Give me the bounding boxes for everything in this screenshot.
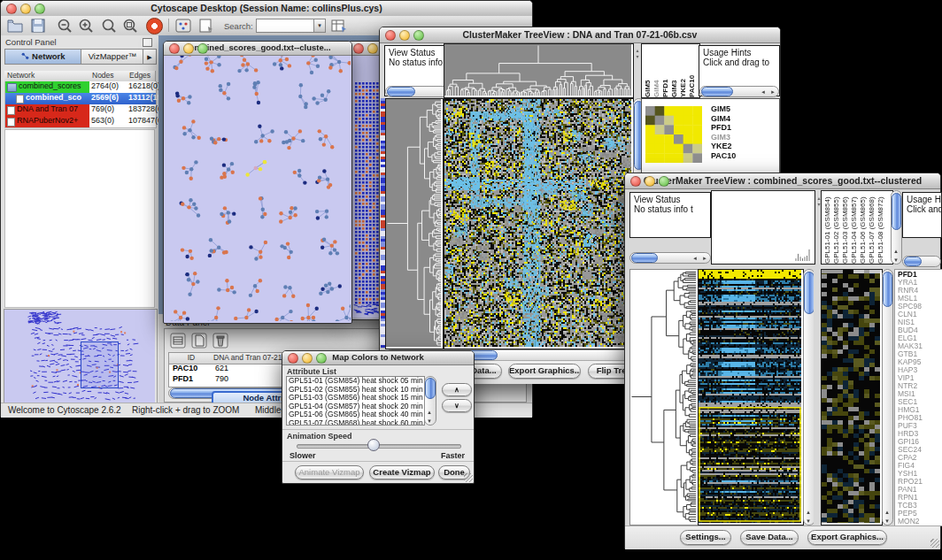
search-dropdown-icon[interactable]: ▾ bbox=[313, 19, 326, 33]
column-label[interactable]: YKE2 bbox=[679, 44, 688, 97]
tv1-gene-dendrogram-canvas[interactable] bbox=[386, 99, 441, 347]
scroll-up-icon[interactable]: ▴ bbox=[892, 247, 900, 255]
network-overview-panel[interactable] bbox=[4, 309, 158, 410]
tv2-column-labels-panel[interactable]: GPL51-01 (GSM854)GPL51-02 (GSM855)GPL51-… bbox=[821, 190, 893, 265]
splitter-down-icon[interactable]: ▾ bbox=[634, 53, 641, 59]
layout-icon[interactable] bbox=[174, 18, 192, 34]
scroll-up-icon[interactable]: ▴ bbox=[425, 408, 434, 416]
tab-network[interactable]: Network bbox=[4, 49, 82, 65]
scroll-down-icon[interactable]: ▾ bbox=[804, 517, 813, 525]
zoom-out-icon[interactable] bbox=[56, 18, 73, 34]
minimize-icon[interactable] bbox=[367, 43, 378, 54]
close-icon[interactable] bbox=[630, 176, 641, 187]
minimize-icon[interactable] bbox=[20, 4, 31, 14]
scroll-thumb[interactable] bbox=[892, 193, 901, 230]
help-lifering-icon[interactable] bbox=[146, 18, 163, 35]
tv1-column-labels-panel[interactable]: GIM5GIM4PFD1GIM3YKE2PAC10 bbox=[641, 43, 700, 98]
save-icon[interactable] bbox=[29, 18, 47, 34]
scroll-up-icon[interactable]: ▴ bbox=[804, 508, 813, 516]
column-label[interactable]: GPL51-01 (GSM854) bbox=[823, 191, 832, 264]
settings-button[interactable]: Settings... bbox=[680, 530, 731, 545]
tv2-usage-hints-scrollbar[interactable] bbox=[902, 256, 941, 267]
create-vizmap-button[interactable]: Create Vizmap bbox=[369, 465, 435, 479]
tv2-labels-vscrollbar[interactable]: ▴ ▾ bbox=[891, 190, 902, 265]
treeview1-titlebar[interactable]: ClusterMaker TreeView : DNA and Tran 07-… bbox=[380, 27, 780, 43]
scroll-left-icon[interactable]: ◂ bbox=[759, 88, 768, 96]
cytoscape-titlebar[interactable]: Cytoscape Desktop (Session Name: collins… bbox=[1, 1, 532, 17]
network-list-row[interactable]: RNAPuberNov2+ 563(0) 107847(0) bbox=[5, 116, 156, 127]
tv2-column-dendrogram-panel[interactable] bbox=[711, 190, 815, 265]
scroll-thumb[interactable] bbox=[387, 87, 415, 96]
animation-slider-thumb[interactable] bbox=[367, 439, 380, 451]
tv2-view-status-scrollbar[interactable]: ◂ ▸ bbox=[629, 252, 711, 264]
tv1-column-dendrogram-panel[interactable] bbox=[444, 43, 634, 98]
resize-grip[interactable] bbox=[930, 539, 939, 548]
column-label[interactable]: GIM5 bbox=[644, 44, 652, 97]
tv1-mini-heatmap-canvas[interactable] bbox=[645, 106, 702, 163]
scroll-thumb[interactable] bbox=[425, 378, 436, 399]
zoom-window-icon[interactable] bbox=[197, 43, 208, 54]
network1-graph-canvas[interactable] bbox=[165, 56, 351, 321]
treeview2-titlebar[interactable]: ClusterMaker TreeView : combined_scores_… bbox=[625, 173, 940, 189]
column-label[interactable]: GPL51-08 (GSM872) bbox=[876, 191, 885, 264]
resize-grip[interactable] bbox=[464, 473, 473, 482]
close-icon[interactable] bbox=[353, 43, 364, 54]
zoom-in-icon[interactable] bbox=[77, 18, 95, 34]
gene-label[interactable]: PAC10 bbox=[711, 151, 736, 161]
column-label[interactable]: PFD1 bbox=[661, 44, 670, 97]
column-label[interactable]: GIM4 bbox=[652, 44, 661, 97]
minimize-icon[interactable] bbox=[645, 176, 655, 187]
scroll-down-icon[interactable]: ▾ bbox=[892, 256, 900, 264]
minimize-icon[interactable] bbox=[399, 30, 410, 41]
scroll-thumb[interactable] bbox=[631, 253, 658, 263]
network-list-row[interactable]: combined_scores 2764(0) 16218(0) bbox=[5, 81, 156, 93]
tv2-zoom-heatmap-panel[interactable] bbox=[821, 269, 883, 525]
save-data-button[interactable]: Save Data... bbox=[740, 530, 799, 545]
zoom-window-icon[interactable] bbox=[316, 353, 327, 364]
zoom-window-icon[interactable] bbox=[413, 30, 424, 41]
scroll-left-icon[interactable]: ◂ bbox=[691, 254, 699, 262]
animate-vizmap-button[interactable]: Animate Vizmap bbox=[295, 465, 364, 479]
gene-label[interactable]: PFD1 bbox=[711, 123, 736, 133]
new-attribute-icon[interactable] bbox=[191, 333, 207, 349]
tv1-heatmap-canvas[interactable] bbox=[444, 99, 631, 347]
splitter-up-icon[interactable]: ▴ bbox=[634, 47, 641, 53]
column-label[interactable]: GPL51-04 (GSM857) bbox=[850, 191, 859, 264]
tv2-zoom-vscrollbar[interactable]: ▴ ▾ bbox=[882, 269, 893, 525]
zoom-fit-icon[interactable] bbox=[100, 18, 118, 34]
scroll-right-icon[interactable]: ▸ bbox=[700, 254, 709, 262]
tv2-heatmap-canvas[interactable] bbox=[699, 270, 801, 523]
column-label[interactable]: GIM3 bbox=[670, 44, 679, 97]
scroll-thumb[interactable] bbox=[701, 87, 733, 96]
annotation-icon[interactable] bbox=[197, 18, 215, 34]
gene-label[interactable]: YKE2 bbox=[711, 142, 736, 151]
tv1-usage-hints-scrollbar[interactable]: ◂ ▸ bbox=[699, 86, 779, 97]
network-overview-canvas[interactable] bbox=[4, 310, 155, 407]
close-icon[interactable] bbox=[169, 43, 180, 54]
zoom-window-icon[interactable] bbox=[35, 4, 45, 14]
close-icon[interactable] bbox=[288, 353, 298, 364]
column-label[interactable]: GPL51-03 (GSM856) bbox=[841, 191, 850, 264]
export-graphics-button[interactable]: Export Graphics... bbox=[508, 364, 581, 379]
tv1-column-dendrogram-canvas[interactable] bbox=[444, 44, 631, 96]
tv2-zoom-heatmap-canvas[interactable] bbox=[822, 270, 880, 523]
gene-label[interactable]: GIM5 bbox=[711, 104, 736, 114]
attribute-listbox[interactable]: GPL51-01 (GSM854) heat shock 05 minGPL51… bbox=[286, 376, 425, 426]
column-label[interactable]: PAC10 bbox=[688, 44, 697, 97]
import-table-icon[interactable] bbox=[330, 18, 348, 34]
scroll-thumb[interactable] bbox=[883, 272, 892, 307]
attribute-select-icon[interactable] bbox=[170, 333, 186, 349]
float-panel-icon[interactable] bbox=[143, 38, 152, 47]
tv2-heatmap-panel[interactable] bbox=[698, 269, 804, 525]
network1-titlebar[interactable]: combined_scores_good.txt--cluste... bbox=[164, 42, 351, 56]
open-icon[interactable] bbox=[6, 18, 24, 34]
close-icon[interactable] bbox=[385, 30, 396, 41]
zoom-selected-icon[interactable] bbox=[121, 18, 139, 34]
tv1-splitter-arrows[interactable]: ▴ ▾ bbox=[634, 47, 641, 96]
close-icon[interactable] bbox=[6, 4, 17, 14]
column-label[interactable]: GPL51-06 (GSM865) bbox=[859, 191, 868, 264]
tab-vizmapper[interactable]: VizMapper™ bbox=[81, 49, 144, 65]
network-list-row[interactable]: combined_sco 2569(6) 13112(15) bbox=[5, 93, 156, 104]
tv1-heatmap-panel[interactable] bbox=[444, 98, 634, 349]
attribute-list-item[interactable]: GPL51-07 (GSM868) heat shock 60 min bbox=[287, 419, 424, 426]
